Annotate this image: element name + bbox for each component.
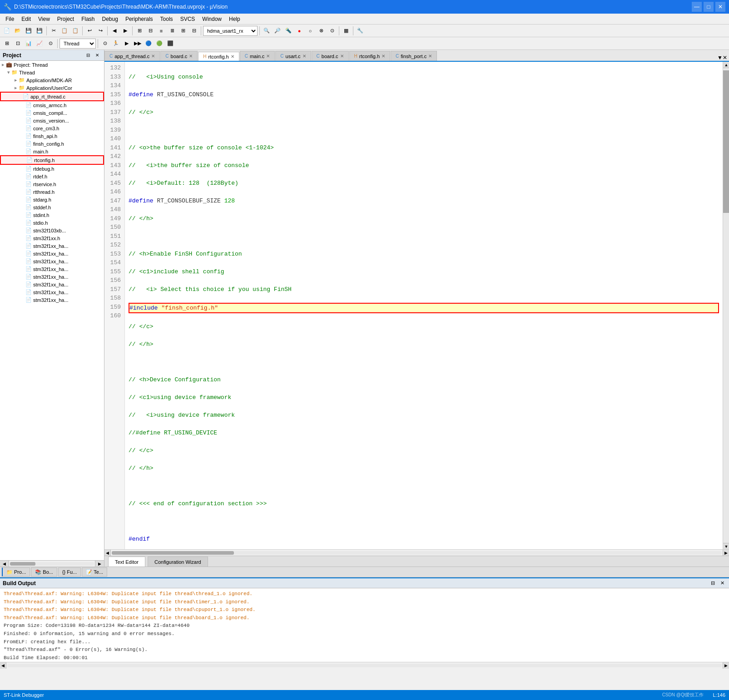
menu-svcs[interactable]: SVCS <box>177 15 199 23</box>
tree-item-stm32hal4[interactable]: 📄 stm32f1xx_ha... <box>0 265 104 273</box>
tb-btn11[interactable]: 🔍 <box>262 26 272 36</box>
tree-item-rtthread[interactable]: 📄 rtthread.h <box>0 188 104 196</box>
tb-build[interactable]: ● <box>294 26 304 36</box>
tb-btn8[interactable]: ≣ <box>167 26 177 36</box>
tree-item-stm32f103[interactable]: 📄 stm32f103xb... <box>0 227 104 234</box>
tree-item-stm32hal6[interactable]: 📄 stm32f1xx_ha... <box>0 281 104 288</box>
tb2-btn6[interactable]: ⊙ <box>100 39 110 49</box>
tb-btn19[interactable]: 🔧 <box>355 26 365 36</box>
tb-btn13[interactable]: 🔦 <box>283 26 293 36</box>
tab-rtconfig-h[interactable]: H rtconfig.h ✕ <box>198 52 239 62</box>
tree-item-stdio[interactable]: 📄 stdio.h <box>0 219 104 227</box>
tree-item-stdarg[interactable]: 📄 stdarg.h <box>0 196 104 203</box>
tb-open[interactable]: 📂 <box>13 26 23 36</box>
tb2-btn3[interactable]: 📊 <box>24 39 34 49</box>
build-hscroll[interactable]: ◀ ▶ <box>0 662 729 668</box>
tb2-btn10[interactable]: 🔵 <box>144 39 154 49</box>
menu-edit[interactable]: Edit <box>18 15 35 23</box>
close-button[interactable]: ✕ <box>715 2 725 12</box>
tree-item-finsh-config[interactable]: 📄 finsh_config.h <box>0 140 104 148</box>
tb-target-dropdown[interactable]: hdma_usart1_rx <box>203 26 258 36</box>
tab-close-board2[interactable]: ✕ <box>340 54 344 59</box>
tb-cut[interactable]: ✂ <box>49 26 59 36</box>
tb-save[interactable]: 💾 <box>24 26 34 36</box>
tb-btn17[interactable]: ⊙ <box>327 26 337 36</box>
tab-usart-c[interactable]: C usart.c ✕ <box>275 51 311 61</box>
tree-item-core-cm3[interactable]: 📄 core_cm3.h <box>0 124 104 132</box>
tab-close-finshport[interactable]: ✕ <box>428 54 432 59</box>
build-panel-close[interactable]: ✕ <box>719 580 726 586</box>
tree-item-cmsis-compil[interactable]: 📄 cmsis_compil... <box>0 109 104 117</box>
tree-item-stm32hal3[interactable]: 📄 stm32f1xx_ha... <box>0 257 104 265</box>
minimize-button[interactable]: — <box>692 2 702 12</box>
panel-tab-project[interactable]: 📁 Pro... <box>2 567 30 577</box>
tab-close-board1[interactable]: ✕ <box>189 54 193 59</box>
tab-close-main[interactable]: ✕ <box>266 54 270 59</box>
editor-tab-text[interactable]: Text Editor <box>108 557 145 567</box>
tab-main-c[interactable]: C main.c ✕ <box>240 51 275 61</box>
editor-tab-config[interactable]: Configuration Wizard <box>148 557 208 567</box>
build-scroll-right[interactable]: ▶ <box>723 662 729 669</box>
tb2-btn4[interactable]: 📈 <box>35 39 45 49</box>
tb-btn10[interactable]: ⊟ <box>189 26 199 36</box>
tree-item-stm32f1xx[interactable]: 📄 stm32f1xx.h <box>0 234 104 242</box>
tree-item-rtdebug[interactable]: 📄 rtdebug.h <box>0 165 104 173</box>
menu-view[interactable]: View <box>35 15 54 23</box>
tree-item-rtconfig[interactable]: 📄 rtconfig.h <box>0 155 104 165</box>
tab-close-all[interactable]: ✕ <box>723 54 727 61</box>
editor-hscroll[interactable]: ◀ ▶ <box>104 549 729 556</box>
tab-close-rtconfig2[interactable]: ✕ <box>382 54 385 59</box>
tree-item-main-h[interactable]: 📄 main.h <box>0 148 104 155</box>
tab-close-apprtthread[interactable]: ✕ <box>151 54 155 59</box>
proj-scroll-right[interactable]: ▶ <box>95 561 104 567</box>
build-scroll-left[interactable]: ◀ <box>0 662 6 669</box>
tb2-btn2[interactable]: ⊡ <box>13 39 23 49</box>
tree-item-appmdkar[interactable]: ▸ 📁 Application/MDK-AR <box>0 76 104 84</box>
tree-item-rtdef[interactable]: 📄 rtdef.h <box>0 173 104 180</box>
code-editor[interactable]: 132 133 134 135 136 137 138 139 140 141 … <box>104 62 723 549</box>
tree-item-stm32hal7[interactable]: 📄 stm32f1xx_ha... <box>0 288 104 296</box>
tab-finsh-port[interactable]: C finsh_port.c ✕ <box>391 51 437 61</box>
tb2-btn11[interactable]: 🟢 <box>154 39 164 49</box>
hscroll-left[interactable]: ◀ <box>104 550 111 556</box>
tb-btn16[interactable]: ⊗ <box>316 26 326 36</box>
tree-item-stddef[interactable]: 📄 stddef.h <box>0 203 104 211</box>
tab-board-c1[interactable]: C board.c ✕ <box>160 51 198 61</box>
vscroll-down[interactable]: ▼ <box>723 543 729 549</box>
menu-window[interactable]: Window <box>198 15 225 23</box>
tab-close-rtconfig[interactable]: ✕ <box>231 54 234 59</box>
tb-btn6[interactable]: ⊟ <box>145 26 155 36</box>
tb2-btn5[interactable]: ⊙ <box>45 39 55 49</box>
tb-btn5[interactable]: ⊞ <box>134 26 144 36</box>
tb2-btn8[interactable]: ▶ <box>122 39 132 49</box>
tree-item-thread[interactable]: ▾ 📁 Thread <box>0 69 104 76</box>
menu-tools[interactable]: Tools <box>157 15 177 23</box>
tree-item-apprtthread[interactable]: 📄 app_rt_thread.c <box>0 92 104 101</box>
tab-rtconfig-h2[interactable]: H rtconfig.h ✕ <box>349 51 390 61</box>
tree-item-cmsis-armcc[interactable]: 📄 cmsis_armcc.h <box>0 101 104 109</box>
menu-debug[interactable]: Debug <box>99 15 122 23</box>
tb2-btn12[interactable]: ⬛ <box>165 39 175 49</box>
tb-btn7[interactable]: ≡ <box>156 26 166 36</box>
hscroll-right[interactable]: ▶ <box>723 550 729 556</box>
tree-item-cmsis-version[interactable]: 📄 cmsis_version... <box>0 117 104 124</box>
tree-item-stm32hal2[interactable]: 📄 stm32f1xx_ha... <box>0 250 104 257</box>
tb-fwd[interactable]: ▶ <box>120 26 130 36</box>
tab-board-c2[interactable]: C board.c ✕ <box>312 51 349 61</box>
tb2-btn7[interactable]: 🏃 <box>111 39 121 49</box>
tree-item-finsh-api[interactable]: 📄 finsh_api.h <box>0 132 104 140</box>
tb-btn12[interactable]: 🔎 <box>273 26 283 36</box>
vscroll-up[interactable]: ▲ <box>723 62 729 68</box>
editor-vscroll[interactable]: ▲ ▼ <box>723 62 729 549</box>
menu-file[interactable]: File <box>2 15 18 23</box>
tree-item-stm32hal5[interactable]: 📄 stm32f1xx_ha... <box>0 273 104 281</box>
menu-help[interactable]: Help <box>225 15 244 23</box>
tree-item-stm32hal8[interactable]: 📄 stm32f1xx_ha... <box>0 296 104 304</box>
panel-tab-functions[interactable]: {} Fu... <box>58 567 81 577</box>
tree-item-project[interactable]: ▸ 💼 Project: Thread <box>0 61 104 69</box>
tb-btn15[interactable]: ○ <box>305 26 315 36</box>
tb-new[interactable]: 📄 <box>2 26 12 36</box>
proj-scroll-left[interactable]: ◀ <box>0 561 9 567</box>
tab-close-usart[interactable]: ✕ <box>303 54 306 59</box>
maximize-button[interactable]: □ <box>704 2 714 12</box>
